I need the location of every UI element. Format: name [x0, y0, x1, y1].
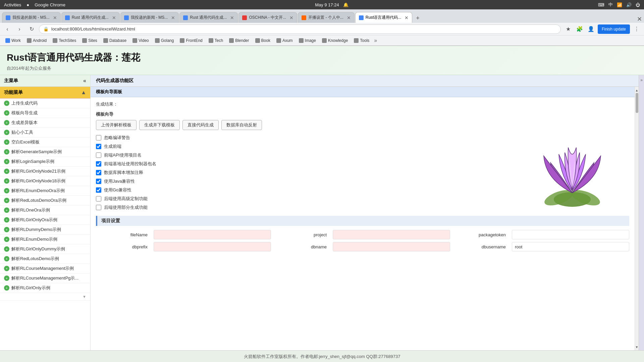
sidebar-item-template[interactable]: + 模板向导生成 [0, 108, 90, 118]
sidebar-item-diff[interactable]: + 生成差异版本 [0, 118, 90, 128]
tab-close-1[interactable]: ✕ [53, 15, 57, 20]
finish-update-button[interactable]: Finish update [598, 24, 630, 34]
upload-parse-template-button[interactable]: 上传并解析模板 [96, 120, 137, 130]
checkbox-frontend-base-controller[interactable]: 前端基地址使用控制器包名 [96, 161, 508, 167]
activities-label[interactable]: Activities [4, 2, 21, 7]
bookmark-blender[interactable]: Blender [226, 38, 252, 44]
sidebar-item-dummy-demo[interactable]: + 解析RLDummyDemo示例 [0, 225, 90, 235]
scrollbar-up-button[interactable]: ▲ [635, 87, 639, 93]
tab-close-2[interactable]: ✕ [112, 15, 116, 20]
bookmarks-more-button[interactable]: » [374, 38, 377, 44]
bookmark-sites[interactable]: Sites [79, 38, 100, 44]
sidebar-item-course[interactable]: + 解析RLCourseManagement示例 [0, 264, 90, 274]
sidebar-func-menu[interactable]: 功能菜单 ▲ [0, 87, 90, 99]
reload-button[interactable]: ↻ [27, 24, 36, 34]
sidebar-item-redlotus-demo[interactable]: + 解析RedLotusDemo示例 [0, 254, 90, 264]
url-text[interactable]: localhost:8080/Lotus/html/excelWizard.ht… [51, 26, 135, 32]
tab-list-button[interactable]: ✕ [637, 15, 642, 23]
checkbox-backend-advanced-input[interactable] [96, 196, 101, 201]
dbusername-input[interactable] [512, 242, 629, 251]
bookmark-database[interactable]: Database [101, 38, 129, 44]
bookmark-tools[interactable]: Tools [351, 38, 372, 44]
checkbox-frontend-api-project-input[interactable] [96, 153, 101, 158]
sidebar-item-login-sample[interactable]: + 解析LoginSample示例 [0, 157, 90, 167]
address-bar[interactable]: 🔒 localhost:8080/Lotus/html/excelWizard.… [39, 24, 561, 34]
tab-3[interactable]: 我投递的新闻 - MS... ✕ [120, 12, 179, 23]
tab-close-5[interactable]: ✕ [289, 15, 293, 20]
checkbox-go-compat-input[interactable] [96, 187, 101, 193]
sidebar-item-redlotus-ora[interactable]: + 解析RedLotusDemoOra示例 [0, 196, 90, 205]
accessibility-icon[interactable]: ⌨ [598, 2, 604, 7]
direct-code-generate-button[interactable]: 直接代码生成 [182, 120, 219, 130]
sidebar-item-girl-ora[interactable]: + 解析RLGirlOnlyOra示例 [0, 215, 90, 225]
sidebar-item-enum-ora[interactable]: + 解析RLEnumDemoOra示例 [0, 186, 90, 196]
checkbox-ignore-warnings-input[interactable] [96, 135, 101, 140]
checkbox-frontend-base-controller-input[interactable] [96, 161, 101, 167]
bookmark-book[interactable]: Book [253, 38, 273, 44]
tab-2[interactable]: Rust 通用代码生成... ✕ [61, 12, 120, 23]
packagetoken-input[interactable] [512, 230, 629, 239]
scrollbar-thumb[interactable] [636, 93, 638, 113]
profile-button[interactable]: 👤 [586, 24, 596, 34]
bookmark-android[interactable]: Android [24, 38, 49, 44]
scrollbar-down-button[interactable]: ▼ [635, 344, 639, 350]
new-tab-button[interactable]: + [413, 13, 422, 23]
tab-4[interactable]: Rust 通用代码生成... ✕ [179, 12, 238, 23]
sidebar-main-menu[interactable]: 主菜单 « [0, 75, 90, 87]
sidebar-item-girl21[interactable]: + 解析RLGirlOnlyNode21示例 [0, 167, 90, 176]
menu-button[interactable]: ⋮ [632, 24, 641, 34]
sidebar-item-one-ora[interactable]: + 解析RLOneOra示例 [0, 205, 90, 215]
bookmark-work[interactable]: Work [3, 38, 23, 44]
content-scrollbar[interactable]: ▲ ▼ [635, 87, 639, 350]
checkbox-backend-partial-input[interactable] [96, 205, 101, 210]
dbprefix-input[interactable] [154, 242, 271, 251]
checkbox-backend-partial[interactable]: 后端使用部分生成功能 [96, 204, 508, 210]
generate-download-template-button[interactable]: 生成并下载模板 [139, 120, 180, 130]
sidebar-item-course-pg[interactable]: + 解析RLCourseManagementPg示... [0, 274, 90, 283]
sidebar-item-excel[interactable]: + 空白Excel模板 [0, 137, 90, 147]
checkbox-java-compat[interactable]: 使用Java兼容性 [96, 178, 508, 184]
sidebar-item-upload[interactable]: + 上传生成代码 [0, 99, 90, 108]
checkbox-backend-advanced[interactable]: 后端使用高级定制功能 [96, 196, 508, 202]
dbname-input[interactable] [333, 242, 450, 251]
power-icon[interactable]: ⏻ [636, 2, 640, 7]
bookmark-frontend[interactable]: FrontEnd [177, 38, 205, 44]
bookmark-video[interactable]: Video [130, 38, 151, 44]
sidebar-item-generate-sample[interactable]: + 解析GenerateSample示例 [0, 147, 90, 157]
bookmark-axum[interactable]: Axum [274, 38, 296, 44]
checkbox-ignore-warnings[interactable]: 忽略编译警告 [96, 135, 508, 141]
forward-button[interactable]: › [15, 24, 24, 34]
project-input[interactable] [333, 230, 450, 239]
checkbox-gen-frontend-input[interactable] [96, 144, 101, 149]
tab-close-4[interactable]: ✕ [230, 15, 234, 20]
tab-close-7[interactable]: ✕ [405, 15, 409, 20]
sidebar-item-girl18[interactable]: + 解析RLGirlOnlyNode18示例 [0, 176, 90, 186]
right-panel-toggle[interactable]: » [639, 75, 644, 350]
bookmark-image[interactable]: Image [296, 38, 319, 44]
bookmark-tech[interactable]: Tech [206, 38, 226, 44]
checkbox-gen-frontend[interactable]: 生成前端 [96, 143, 508, 149]
sidebar-item-tools[interactable]: + 贴心小工具 [0, 128, 90, 137]
checkbox-db-script-comment-input[interactable] [96, 170, 101, 175]
network-icon[interactable]: 📶 [617, 2, 622, 7]
checkbox-java-compat-input[interactable] [96, 179, 101, 184]
tab-5[interactable]: OSCHINA - 中文开... ✕ [238, 12, 297, 23]
tab-6[interactable]: 开播设置 - 个人中... ✕ [298, 12, 355, 23]
back-button[interactable]: ‹ [3, 24, 12, 34]
tab-close-3[interactable]: ✕ [171, 15, 175, 20]
tab-1[interactable]: 我投递的新闻 - MS... ✕ [2, 12, 61, 23]
checkbox-go-compat[interactable]: 使用Go兼容性 [96, 187, 508, 193]
filename-input[interactable] [154, 230, 271, 239]
bookmark-techsites[interactable]: TechSites [50, 38, 79, 44]
tab-close-6[interactable]: ✕ [347, 15, 351, 20]
sidebar-func-collapse-button[interactable]: ▲ [81, 89, 86, 96]
sidebar-item-girl-only[interactable]: + 解析RLGirlOnly示例 [0, 283, 90, 293]
db-auto-reflect-button[interactable]: 数据库自动反射 [221, 120, 262, 130]
sidebar-item-girl-dummy[interactable]: + 解析RLGirlOnlyDummy示例 [0, 244, 90, 254]
extension-button[interactable]: 🧩 [575, 24, 584, 34]
input-method-icon[interactable]: 中 [608, 2, 613, 8]
checkbox-db-script-comment[interactable]: 数据库脚本增加注释 [96, 170, 508, 176]
volume-icon[interactable]: 🔊 [626, 2, 632, 7]
checkbox-frontend-api-project[interactable]: 前端API使用项目名 [96, 152, 508, 158]
bookmark-button[interactable]: ★ [564, 24, 573, 34]
